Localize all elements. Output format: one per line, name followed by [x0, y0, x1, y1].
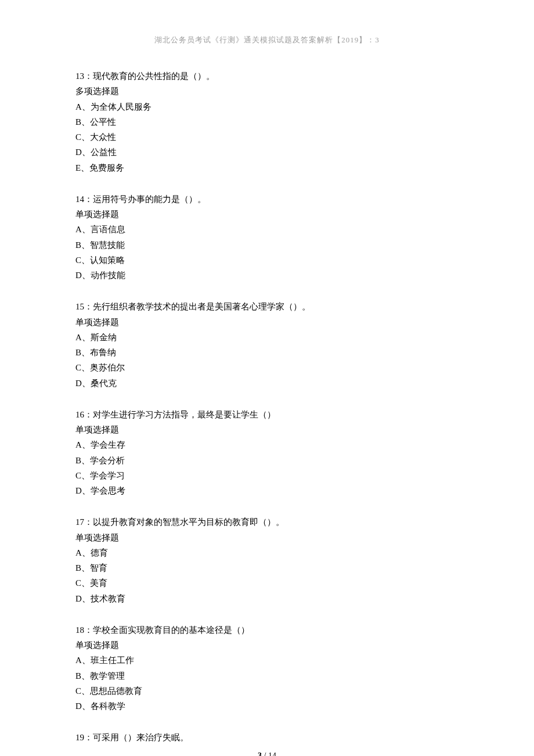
option-d: D、学会思考: [75, 483, 459, 498]
question-text: ：现代教育的公共性指的是（）。: [84, 71, 215, 81]
question-type: 单项选择题: [75, 315, 459, 330]
question-number: 15: [75, 302, 84, 311]
question-type: 单项选择题: [75, 207, 459, 222]
option-a: A、斯金纳: [75, 330, 459, 345]
question-number: 14: [75, 195, 84, 204]
option-a: A、班主任工作: [75, 653, 459, 668]
option-b: B、智育: [75, 560, 459, 575]
question-19: 19：可采用（）来治疗失眠。: [75, 730, 459, 745]
question-text: ：运用符号办事的能力是（）。: [84, 195, 206, 204]
question-type: 多项选择题: [75, 84, 459, 99]
option-e: E、免费服务: [75, 160, 459, 175]
question-text: ：学校全面实现教育目的的基本途径是（）: [84, 625, 250, 635]
question-15: 15：先行组织者教学技术的提出者是美国著名心理学家（）。 单项选择题 A、斯金纳…: [75, 299, 459, 391]
page-header: 湖北公务员考试《行测》通关模拟试题及答案解析【2019】：3: [75, 35, 459, 45]
question-number: 13: [75, 71, 84, 81]
page-total: 14: [268, 751, 276, 757]
option-a: A、德育: [75, 545, 459, 560]
option-b: B、公平性: [75, 114, 459, 129]
question-number: 18: [75, 625, 84, 635]
page-sep: /: [262, 751, 268, 757]
option-b: B、智慧技能: [75, 237, 459, 253]
option-c: C、认知策略: [75, 253, 459, 268]
option-d: D、各科教学: [75, 699, 459, 714]
question-text: ：对学生进行学习方法指导，最终是要让学生（）: [84, 410, 276, 419]
option-a: A、学会生存: [75, 437, 459, 452]
question-type: 单项选择题: [75, 530, 459, 545]
question-text: ：可采用（）来治疗失眠。: [84, 733, 189, 742]
option-b: B、学会分析: [75, 453, 459, 468]
option-c: C、大众性: [75, 129, 459, 145]
question-17: 17：以提升教育对象的智慧水平为目标的教育即（）。 单项选择题 A、德育 B、智…: [75, 514, 459, 606]
option-c: C、奥苏伯尔: [75, 360, 459, 375]
option-a: A、为全体人民服务: [75, 99, 459, 114]
question-number: 17: [75, 517, 84, 527]
question-14: 14：运用符号办事的能力是（）。 单项选择题 A、言语信息 B、智慧技能 C、认…: [75, 192, 459, 283]
question-16: 16：对学生进行学习方法指导，最终是要让学生（） 单项选择题 A、学会生存 B、…: [75, 407, 459, 499]
option-d: D、技术教育: [75, 591, 459, 606]
question-text: ：先行组织者教学技术的提出者是美国著名心理学家（）。: [84, 302, 311, 311]
option-c: C、学会学习: [75, 468, 459, 483]
page: 湖北公务员考试《行测》通关模拟试题及答案解析【2019】：3 13：现代教育的公…: [0, 0, 534, 756]
question-number: 16: [75, 410, 84, 419]
question-13: 13：现代教育的公共性指的是（）。 多项选择题 A、为全体人民服务 B、公平性 …: [75, 69, 459, 175]
question-type: 单项选择题: [75, 422, 459, 437]
option-d: D、动作技能: [75, 268, 459, 283]
question-text: ：以提升教育对象的智慧水平为目标的教育即（）。: [84, 517, 284, 527]
option-b: B、布鲁纳: [75, 345, 459, 360]
question-type: 单项选择题: [75, 638, 459, 653]
page-footer: 3 / 14: [0, 751, 534, 757]
page-current: 3: [258, 751, 262, 757]
option-a: A、言语信息: [75, 222, 459, 237]
question-18: 18：学校全面实现教育目的的基本途径是（） 单项选择题 A、班主任工作 B、教学…: [75, 622, 459, 714]
option-d: D、公益性: [75, 145, 459, 160]
question-number: 19: [75, 733, 84, 742]
option-b: B、教学管理: [75, 668, 459, 683]
option-d: D、桑代克: [75, 376, 459, 391]
option-c: C、美育: [75, 575, 459, 591]
option-c: C、思想品德教育: [75, 683, 459, 699]
